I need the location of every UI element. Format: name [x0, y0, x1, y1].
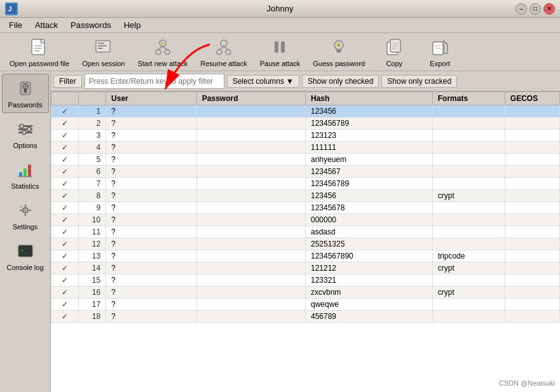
row-check[interactable]: ✓ — [51, 105, 79, 118]
row-check[interactable]: ✓ — [51, 250, 79, 262]
sidebar-item-options[interactable]: Options — [2, 114, 49, 154]
export-button[interactable]: Export — [418, 36, 462, 69]
row-formats — [432, 214, 505, 226]
maximize-button[interactable]: □ — [529, 3, 541, 15]
svg-point-44 — [27, 128, 31, 132]
row-check[interactable]: ✓ — [51, 226, 79, 238]
table-row[interactable]: ✓ 5 ? anhyeuem — [51, 154, 560, 166]
filter-input[interactable] — [85, 74, 224, 89]
table-row[interactable]: ✓ 12 ? 25251325 — [51, 238, 560, 250]
row-gecos — [505, 238, 559, 250]
show-only-cracked-button[interactable]: Show only cracked — [381, 75, 457, 88]
copy-label: Copy — [386, 60, 402, 67]
row-num: 5 — [78, 154, 106, 166]
row-num: 15 — [78, 274, 106, 287]
row-check[interactable]: ✓ — [51, 238, 79, 250]
close-button[interactable]: ✕ — [543, 3, 555, 15]
table-row[interactable]: ✓ 18 ? 456789 — [51, 311, 560, 323]
row-check[interactable]: ✓ — [51, 190, 79, 202]
svg-point-38 — [24, 86, 26, 88]
row-formats: tripcode — [432, 250, 505, 262]
menu-help[interactable]: Help — [118, 19, 147, 31]
row-check[interactable]: ✓ — [51, 299, 79, 311]
pause-attack-button[interactable]: Pause attack — [254, 36, 306, 69]
guess-password-label: Guess password — [313, 60, 365, 67]
row-num: 3 — [78, 130, 106, 142]
check-icon: ✓ — [62, 155, 68, 164]
start-new-attack-label: Start new attack — [137, 60, 188, 67]
row-check[interactable]: ✓ — [51, 262, 79, 274]
statistics-icon — [15, 159, 36, 180]
svg-rect-21 — [275, 41, 278, 53]
table-row[interactable]: ✓ 3 ? 123123 — [51, 130, 560, 142]
table-row[interactable]: ✓ 13 ? 1234567890 tripcode — [51, 250, 560, 262]
filter-button[interactable]: Filter — [53, 75, 82, 88]
row-formats: crypt — [432, 190, 505, 202]
table-row[interactable]: ✓ 8 ? 123456 crypt — [51, 190, 560, 202]
start-new-attack-button[interactable]: ★ Start new attack — [132, 36, 193, 69]
svg-text:★: ★ — [336, 42, 341, 48]
show-only-checked-button[interactable]: Show only checked — [302, 75, 379, 88]
settings-label: Settings — [13, 223, 38, 231]
row-num: 8 — [78, 190, 106, 202]
row-check[interactable]: ✓ — [51, 166, 79, 178]
table-row[interactable]: ✓ 14 ? 121212 crypt — [51, 262, 560, 274]
row-user: ? — [106, 190, 197, 202]
sidebar-item-statistics[interactable]: Statistics — [2, 155, 49, 194]
row-formats — [432, 142, 505, 154]
resume-attack-button[interactable]: Resume attack — [195, 36, 252, 69]
table-row[interactable]: ✓ 9 ? 12345678 — [51, 202, 560, 214]
sidebar-item-passwords[interactable]: Passwords — [2, 74, 49, 113]
sidebar-item-consolelog[interactable]: >_ Console log — [2, 236, 49, 276]
table-header-row: User Password Hash Formats GECOS — [51, 92, 560, 105]
guess-password-button[interactable]: ★ Guess password — [307, 36, 371, 69]
row-password — [196, 178, 305, 190]
menu-attack[interactable]: Attack — [29, 19, 64, 31]
menu-file[interactable]: File — [3, 19, 29, 31]
passwords-label: Passwords — [8, 101, 43, 109]
table-row[interactable]: ✓ 10 ? 000000 — [51, 214, 560, 226]
row-check[interactable]: ✓ — [51, 178, 79, 190]
table-row[interactable]: ✓ 17 ? qweqwe — [51, 299, 560, 311]
sidebar-item-settings[interactable]: Settings — [2, 196, 49, 235]
check-icon: ✓ — [62, 131, 68, 140]
table-row[interactable]: ✓ 7 ? 123456789 — [51, 178, 560, 190]
row-check[interactable]: ✓ — [51, 214, 79, 226]
row-check[interactable]: ✓ — [51, 274, 79, 287]
row-check[interactable]: ✓ — [51, 287, 79, 299]
row-password — [196, 274, 305, 287]
table-row[interactable]: ✓ 4 ? 111111 — [51, 142, 560, 154]
table-row[interactable]: ✓ 1 ? 123456 — [51, 105, 560, 118]
table-row[interactable]: ✓ 15 ? 123321 — [51, 274, 560, 287]
row-check[interactable]: ✓ — [51, 202, 79, 214]
copy-button[interactable]: Copy — [372, 36, 416, 69]
row-check[interactable]: ✓ — [51, 142, 79, 154]
open-session-button[interactable]: Open session — [76, 36, 130, 69]
row-check[interactable]: ✓ — [51, 118, 79, 130]
options-label: Options — [13, 142, 38, 149]
row-password — [196, 214, 305, 226]
row-hash: 123123 — [305, 130, 432, 142]
row-hash: 1234567 — [305, 166, 432, 178]
table-row[interactable]: ✓ 2 ? 123456789 — [51, 118, 560, 130]
check-icon: ✓ — [62, 312, 68, 321]
row-num: 1 — [78, 105, 106, 118]
check-icon: ✓ — [62, 167, 68, 176]
table-row[interactable]: ✓ 11 ? asdasd — [51, 226, 560, 238]
svg-rect-47 — [24, 168, 27, 177]
minimize-button[interactable]: – — [516, 3, 527, 15]
open-session-label: Open session — [82, 60, 125, 67]
table-row[interactable]: ✓ 16 ? zxcvbnm crypt — [51, 287, 560, 299]
check-icon: ✓ — [62, 240, 68, 248]
row-hash: asdasd — [305, 226, 432, 238]
select-columns-button[interactable]: Select columns ▼ — [227, 75, 299, 88]
row-check[interactable]: ✓ — [51, 130, 79, 142]
row-formats — [432, 311, 505, 323]
table-row[interactable]: ✓ 6 ? 1234567 — [51, 166, 560, 178]
row-check[interactable]: ✓ — [51, 311, 79, 323]
row-user: ? — [106, 250, 197, 262]
export-icon — [430, 37, 450, 57]
row-check[interactable]: ✓ — [51, 154, 79, 166]
open-password-file-button[interactable]: Open password file — [4, 36, 75, 69]
menu-passwords[interactable]: Passwords — [64, 19, 118, 31]
